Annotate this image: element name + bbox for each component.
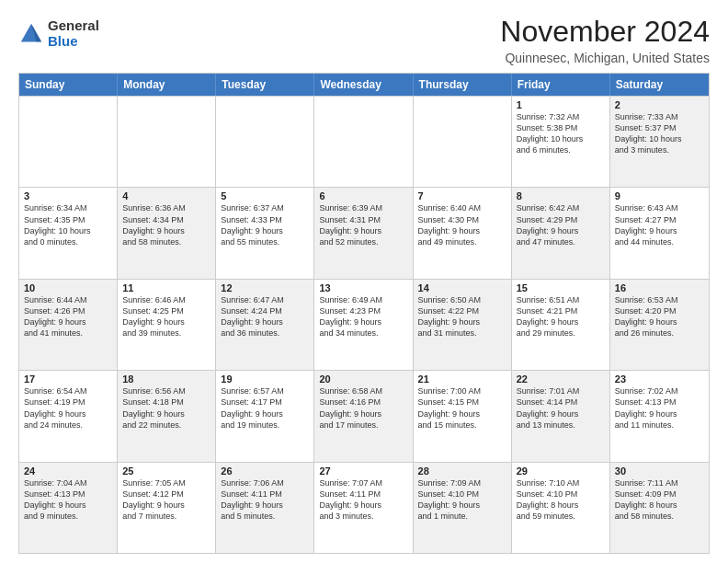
calendar-cell bbox=[414, 97, 512, 187]
calendar-row-3: 10Sunrise: 6:44 AM Sunset: 4:26 PM Dayli… bbox=[19, 279, 709, 370]
logo-text: General Blue bbox=[48, 18, 99, 49]
day-content: Sunrise: 7:09 AM Sunset: 4:10 PM Dayligh… bbox=[418, 477, 506, 523]
day-number: 9 bbox=[615, 190, 704, 201]
day-number: 20 bbox=[319, 373, 407, 385]
day-number: 6 bbox=[319, 190, 407, 201]
calendar-cell: 27Sunrise: 7:07 AM Sunset: 4:11 PM Dayli… bbox=[314, 463, 413, 553]
day-content: Sunrise: 6:36 AM Sunset: 4:34 PM Dayligh… bbox=[122, 202, 210, 247]
day-content: Sunrise: 7:04 AM Sunset: 4:13 PM Dayligh… bbox=[24, 477, 112, 523]
calendar-cell: 1Sunrise: 7:32 AM Sunset: 5:38 PM Daylig… bbox=[512, 97, 610, 187]
logo-blue: Blue bbox=[48, 34, 99, 50]
calendar-row-4: 17Sunrise: 6:54 AM Sunset: 4:19 PM Dayli… bbox=[19, 370, 709, 461]
day-content: Sunrise: 6:42 AM Sunset: 4:29 PM Dayligh… bbox=[517, 202, 605, 247]
calendar-cell: 2Sunrise: 7:33 AM Sunset: 5:37 PM Daylig… bbox=[610, 97, 709, 187]
day-number: 4 bbox=[122, 190, 210, 201]
day-content: Sunrise: 7:05 AM Sunset: 4:12 PM Dayligh… bbox=[122, 477, 210, 523]
day-number: 21 bbox=[418, 373, 506, 385]
calendar-row-5: 24Sunrise: 7:04 AM Sunset: 4:13 PM Dayli… bbox=[19, 462, 709, 553]
day-number: 8 bbox=[517, 190, 605, 201]
calendar-cell: 4Sunrise: 6:36 AM Sunset: 4:34 PM Daylig… bbox=[118, 188, 216, 278]
day-content: Sunrise: 7:06 AM Sunset: 4:11 PM Dayligh… bbox=[221, 477, 309, 523]
day-number: 11 bbox=[122, 282, 210, 293]
header: General Blue November 2024 Quinnesec, Mi… bbox=[18, 15, 710, 65]
day-number: 5 bbox=[221, 190, 309, 201]
calendar-cell bbox=[118, 97, 216, 187]
header-day-saturday: Saturday bbox=[610, 74, 709, 96]
day-number: 27 bbox=[319, 465, 407, 477]
calendar-cell: 13Sunrise: 6:49 AM Sunset: 4:23 PM Dayli… bbox=[314, 280, 413, 370]
calendar-cell: 22Sunrise: 7:01 AM Sunset: 4:14 PM Dayli… bbox=[512, 371, 610, 461]
calendar-cell: 16Sunrise: 6:53 AM Sunset: 4:20 PM Dayli… bbox=[610, 280, 709, 370]
month-title: November 2024 bbox=[500, 15, 710, 49]
calendar-cell: 23Sunrise: 7:02 AM Sunset: 4:13 PM Dayli… bbox=[610, 371, 709, 461]
title-block: November 2024 Quinnesec, Michigan, Unite… bbox=[500, 15, 710, 65]
day-content: Sunrise: 7:01 AM Sunset: 4:14 PM Dayligh… bbox=[517, 385, 605, 431]
calendar-cell: 6Sunrise: 6:39 AM Sunset: 4:31 PM Daylig… bbox=[314, 188, 413, 278]
calendar-header: SundayMondayTuesdayWednesdayThursdayFrid… bbox=[19, 74, 709, 96]
day-number: 17 bbox=[24, 373, 112, 385]
calendar-cell: 25Sunrise: 7:05 AM Sunset: 4:12 PM Dayli… bbox=[118, 463, 216, 553]
calendar-cell: 21Sunrise: 7:00 AM Sunset: 4:15 PM Dayli… bbox=[414, 371, 512, 461]
day-content: Sunrise: 7:07 AM Sunset: 4:11 PM Dayligh… bbox=[319, 477, 407, 523]
day-number: 10 bbox=[24, 282, 112, 293]
calendar-cell: 3Sunrise: 6:34 AM Sunset: 4:35 PM Daylig… bbox=[19, 188, 118, 278]
day-number: 14 bbox=[418, 282, 506, 293]
calendar-cell: 17Sunrise: 6:54 AM Sunset: 4:19 PM Dayli… bbox=[19, 371, 118, 461]
day-content: Sunrise: 6:39 AM Sunset: 4:31 PM Dayligh… bbox=[319, 202, 407, 247]
day-content: Sunrise: 7:33 AM Sunset: 5:37 PM Dayligh… bbox=[615, 111, 704, 156]
day-content: Sunrise: 6:40 AM Sunset: 4:30 PM Dayligh… bbox=[418, 202, 506, 247]
day-content: Sunrise: 6:50 AM Sunset: 4:22 PM Dayligh… bbox=[418, 294, 506, 339]
header-day-wednesday: Wednesday bbox=[314, 74, 413, 96]
day-number: 23 bbox=[615, 373, 704, 385]
day-content: Sunrise: 6:47 AM Sunset: 4:24 PM Dayligh… bbox=[221, 294, 309, 339]
day-number: 19 bbox=[221, 373, 309, 385]
day-content: Sunrise: 7:00 AM Sunset: 4:15 PM Dayligh… bbox=[418, 385, 506, 431]
day-number: 15 bbox=[517, 282, 605, 293]
logo-icon bbox=[18, 21, 44, 47]
day-number: 24 bbox=[24, 465, 112, 477]
header-day-sunday: Sunday bbox=[19, 74, 118, 96]
calendar-body: 1Sunrise: 7:32 AM Sunset: 5:38 PM Daylig… bbox=[19, 96, 709, 553]
calendar-cell: 7Sunrise: 6:40 AM Sunset: 4:30 PM Daylig… bbox=[414, 188, 512, 278]
calendar: SundayMondayTuesdayWednesdayThursdayFrid… bbox=[18, 73, 710, 554]
day-content: Sunrise: 6:51 AM Sunset: 4:21 PM Dayligh… bbox=[517, 294, 605, 339]
location: Quinnesec, Michigan, United States bbox=[500, 51, 710, 65]
day-content: Sunrise: 7:11 AM Sunset: 4:09 PM Dayligh… bbox=[615, 477, 704, 523]
page: General Blue November 2024 Quinnesec, Mi… bbox=[0, 0, 728, 563]
day-content: Sunrise: 7:10 AM Sunset: 4:10 PM Dayligh… bbox=[517, 477, 605, 523]
day-number: 26 bbox=[221, 465, 309, 477]
calendar-cell: 10Sunrise: 6:44 AM Sunset: 4:26 PM Dayli… bbox=[19, 280, 118, 370]
day-number: 12 bbox=[221, 282, 309, 293]
calendar-cell: 5Sunrise: 6:37 AM Sunset: 4:33 PM Daylig… bbox=[216, 188, 314, 278]
day-content: Sunrise: 7:02 AM Sunset: 4:13 PM Dayligh… bbox=[615, 385, 704, 431]
calendar-cell bbox=[19, 97, 118, 187]
day-content: Sunrise: 7:32 AM Sunset: 5:38 PM Dayligh… bbox=[517, 111, 605, 156]
day-number: 1 bbox=[517, 99, 605, 110]
calendar-cell bbox=[216, 97, 314, 187]
calendar-cell: 20Sunrise: 6:58 AM Sunset: 4:16 PM Dayli… bbox=[314, 371, 413, 461]
logo: General Blue bbox=[18, 18, 99, 49]
calendar-cell: 19Sunrise: 6:57 AM Sunset: 4:17 PM Dayli… bbox=[216, 371, 314, 461]
calendar-cell: 28Sunrise: 7:09 AM Sunset: 4:10 PM Dayli… bbox=[414, 463, 512, 553]
day-number: 29 bbox=[517, 465, 605, 477]
day-content: Sunrise: 6:37 AM Sunset: 4:33 PM Dayligh… bbox=[221, 202, 309, 247]
day-number: 18 bbox=[122, 373, 210, 385]
day-content: Sunrise: 6:44 AM Sunset: 4:26 PM Dayligh… bbox=[24, 294, 112, 339]
calendar-cell: 14Sunrise: 6:50 AM Sunset: 4:22 PM Dayli… bbox=[414, 280, 512, 370]
day-number: 13 bbox=[319, 282, 407, 293]
day-content: Sunrise: 6:53 AM Sunset: 4:20 PM Dayligh… bbox=[615, 294, 704, 339]
day-number: 7 bbox=[418, 190, 506, 201]
day-number: 28 bbox=[418, 465, 506, 477]
calendar-cell: 15Sunrise: 6:51 AM Sunset: 4:21 PM Dayli… bbox=[512, 280, 610, 370]
day-number: 22 bbox=[517, 373, 605, 385]
day-content: Sunrise: 6:57 AM Sunset: 4:17 PM Dayligh… bbox=[221, 385, 309, 431]
header-day-thursday: Thursday bbox=[414, 74, 512, 96]
calendar-cell: 12Sunrise: 6:47 AM Sunset: 4:24 PM Dayli… bbox=[216, 280, 314, 370]
day-content: Sunrise: 6:46 AM Sunset: 4:25 PM Dayligh… bbox=[122, 294, 210, 339]
calendar-row-2: 3Sunrise: 6:34 AM Sunset: 4:35 PM Daylig… bbox=[19, 187, 709, 278]
day-content: Sunrise: 6:54 AM Sunset: 4:19 PM Dayligh… bbox=[24, 385, 112, 431]
day-number: 30 bbox=[615, 465, 704, 477]
day-number: 2 bbox=[615, 99, 704, 110]
day-number: 25 bbox=[122, 465, 210, 477]
calendar-cell: 8Sunrise: 6:42 AM Sunset: 4:29 PM Daylig… bbox=[512, 188, 610, 278]
